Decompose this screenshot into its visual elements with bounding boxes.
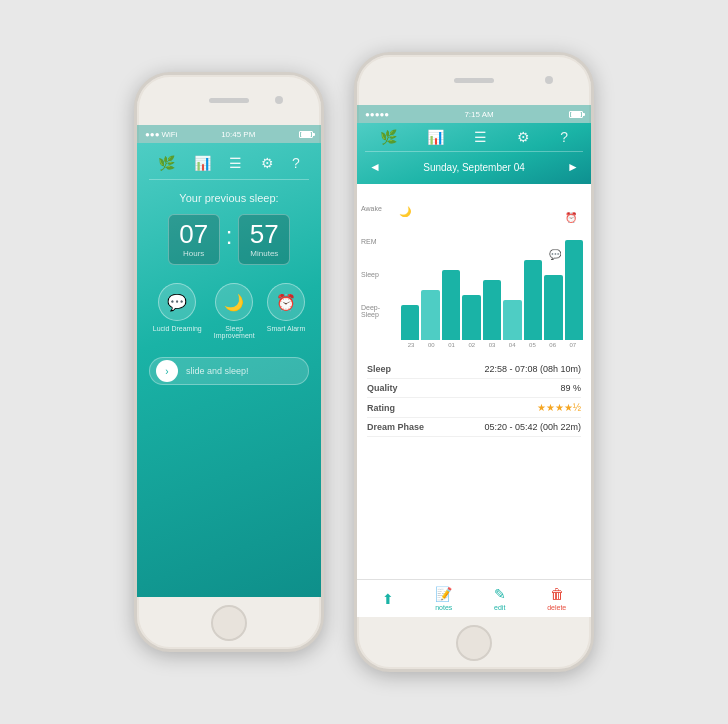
wifi-icon-left: ●●● [145, 130, 160, 139]
status-bar-left: ●●● WiFi 10:45 PM [137, 125, 321, 143]
sleep-info-value: 22:58 - 07:08 (08h 10m) [484, 364, 581, 374]
bar-23-fill [401, 305, 419, 340]
nav-gear-left[interactable]: ⚙ [261, 155, 274, 171]
notes-button[interactable]: 📝 notes [435, 586, 452, 611]
chart-bars [401, 220, 583, 340]
delete-button[interactable]: 🗑 delete [547, 586, 566, 611]
nav-bar-right: 🌿 📊 ☰ ⚙ ? [365, 127, 583, 152]
bar-04-fill [503, 300, 521, 340]
time-left: 10:45 PM [221, 130, 255, 139]
bar-01-fill [442, 270, 460, 340]
phone-top-left [137, 75, 321, 125]
status-right-left [299, 131, 313, 138]
next-arrow[interactable]: ► [567, 160, 579, 174]
bar-05 [524, 260, 542, 340]
nav-list-left[interactable]: ☰ [229, 155, 242, 171]
moon-icon: 🌙 [224, 293, 244, 312]
status-right-right [569, 111, 583, 118]
home-button-left[interactable] [211, 605, 247, 641]
camera-right [545, 76, 553, 84]
slide-button[interactable]: › [156, 360, 178, 382]
bar-03 [483, 280, 501, 340]
cloud-chart-icon: 💬 [549, 249, 561, 260]
lucid-label: Lucid Dreaming [153, 325, 202, 332]
dots-icon-right: ●●●●● [365, 110, 389, 119]
prev-arrow[interactable]: ◄ [369, 160, 381, 174]
x-04: 04 [509, 342, 516, 348]
dream-value: 05:20 - 05:42 (00h 22m) [484, 422, 581, 432]
hours-number: 07 [179, 221, 209, 247]
bar-06-fill [544, 275, 562, 340]
minutes-block: 57 Minutes [238, 214, 290, 265]
x-00: 00 [428, 342, 435, 348]
left-phone: ●●● WiFi 10:45 PM 🌿 📊 ☰ ⚙ ? Your previou… [134, 72, 324, 652]
nav-chart-right[interactable]: 📊 [427, 129, 444, 145]
chart-y-labels: Awake REM Sleep Deep-Sleep [361, 192, 389, 332]
edit-button[interactable]: ✎ edit [494, 586, 506, 611]
speaker-left [209, 98, 249, 103]
nav-chart-left[interactable]: 📊 [194, 155, 211, 171]
bar-07-fill [565, 240, 583, 340]
screen-top-right: 🌿 📊 ☰ ⚙ ? ◄ Sunday, September 04 ► [357, 123, 591, 184]
battery-right [569, 111, 583, 118]
chart-x-labels: 23 00 01 02 03 04 05 06 07 [401, 340, 583, 348]
home-button-right[interactable] [456, 625, 492, 661]
sleep-chart: Awake REM Sleep Deep-Sleep [357, 184, 591, 354]
feature-lucid[interactable]: 💬 Lucid Dreaming [153, 283, 202, 339]
alarm-icon-circle: ⏰ [267, 283, 305, 321]
hours-block: 07 Hours [168, 214, 220, 265]
right-phone: ●●●●● 7:15 AM 🌿 📊 ☰ ⚙ ? ◄ Sunday, Septem… [354, 52, 594, 672]
minutes-unit: Minutes [249, 249, 279, 258]
nav-bar-left: 🌿 📊 ☰ ⚙ ? [149, 151, 309, 180]
sleep-icon-circle: 🌙 [215, 283, 253, 321]
nav-leaf-right[interactable]: 🌿 [380, 129, 397, 145]
slide-bar[interactable]: › slide and sleep! [149, 357, 309, 385]
y-label-sleep: Sleep [361, 271, 389, 278]
nav-gear-right[interactable]: ⚙ [517, 129, 530, 145]
quality-row: Quality 89 % [367, 379, 581, 398]
screen-right: 🌿 📊 ☰ ⚙ ? ◄ Sunday, September 04 ► Awake… [357, 123, 591, 617]
speaker-right [454, 78, 494, 83]
alarm-chart-icon: ⏰ [565, 212, 577, 223]
time-colon: : [226, 222, 233, 250]
nav-leaf-left[interactable]: 🌿 [158, 155, 175, 171]
dream-row: Dream Phase 05:20 - 05:42 (00h 22m) [367, 418, 581, 437]
minutes-number: 57 [249, 221, 279, 247]
quality-value: 89 % [560, 383, 581, 393]
notes-icon: 📝 [435, 586, 452, 602]
hours-unit: Hours [179, 249, 209, 258]
x-02: 02 [468, 342, 475, 348]
nav-help-right[interactable]: ? [560, 129, 568, 145]
rating-stars: ★★★★½ [537, 402, 581, 413]
share-icon: ⬆ [382, 591, 394, 607]
moon-chart-icon: 🌙 [399, 206, 411, 217]
edit-icon: ✎ [494, 586, 506, 602]
date-text: Sunday, September 04 [423, 162, 525, 173]
bar-04 [503, 300, 521, 340]
sleep-label: Your previous sleep: [179, 192, 278, 204]
quality-label: Quality [367, 383, 398, 393]
bar-03-fill [483, 280, 501, 340]
nav-list-right[interactable]: ☰ [474, 129, 487, 145]
feature-alarm[interactable]: ⏰ Smart Alarm [267, 283, 306, 339]
phone-top-right [357, 55, 591, 105]
y-label-deep: Deep-Sleep [361, 304, 389, 319]
nav-help-left[interactable]: ? [292, 155, 300, 171]
status-left: ●●● WiFi [145, 130, 178, 139]
battery-fill-right [571, 112, 582, 117]
share-button[interactable]: ⬆ [382, 591, 394, 607]
edit-label: edit [494, 604, 505, 611]
x-23: 23 [408, 342, 415, 348]
delete-icon: 🗑 [550, 586, 564, 602]
info-section: Sleep 22:58 - 07:08 (08h 10m) Quality 89… [357, 354, 591, 579]
feature-sleep[interactable]: 🌙 Sleep Improvement [209, 283, 259, 339]
time-right: 7:15 AM [464, 110, 493, 119]
x-06: 06 [549, 342, 556, 348]
features-row: 💬 Lucid Dreaming 🌙 Sleep Improvement ⏰ S… [149, 283, 309, 339]
status-left-right: ●●●●● [365, 110, 389, 119]
dream-label: Dream Phase [367, 422, 424, 432]
slide-text: slide and sleep! [186, 366, 249, 376]
battery-left [299, 131, 313, 138]
sleep-info-label: Sleep [367, 364, 391, 374]
bar-00-fill [421, 290, 439, 340]
